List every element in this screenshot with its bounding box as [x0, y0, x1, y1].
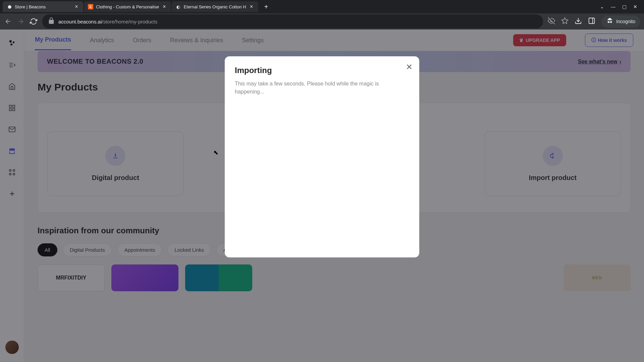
beacons-favicon-icon: ⬢: [7, 4, 12, 9]
panel-icon[interactable]: [588, 17, 595, 26]
modal-overlay[interactable]: ✕ Importing This may take a few seconds.…: [0, 29, 644, 362]
modal-title: Importing: [235, 66, 409, 75]
close-window-icon[interactable]: ✕: [633, 4, 637, 9]
new-tab-button[interactable]: +: [262, 2, 271, 11]
close-icon[interactable]: ×: [74, 4, 79, 9]
incognito-icon: [606, 17, 613, 26]
lock-icon: [48, 17, 55, 26]
star-icon[interactable]: [561, 17, 569, 26]
tab-title: Clothing - Custom & Personalise: [96, 4, 159, 9]
browser-tab[interactable]: ⬢ Store | Beacons ×: [3, 1, 83, 12]
maximize-icon[interactable]: ▢: [622, 4, 627, 9]
etsy-favicon-icon: E: [88, 4, 93, 9]
tab-title: Store | Beacons: [15, 4, 71, 9]
url-bar: account.beacons.ai/store/home/my-product…: [0, 13, 644, 29]
close-icon[interactable]: ×: [162, 4, 167, 9]
incognito-label: Incognito: [616, 19, 635, 24]
forward-button[interactable]: [17, 17, 25, 25]
close-icon[interactable]: ×: [249, 4, 254, 9]
minimize-icon[interactable]: —: [611, 4, 615, 9]
chevron-down-icon[interactable]: ⌄: [600, 4, 604, 9]
toolbar-right: Incognito: [548, 15, 640, 28]
url-text: account.beacons.ai/store/home/my-product…: [58, 19, 157, 24]
browser-chrome: ⬢ Store | Beacons × E Clothing - Custom …: [0, 0, 644, 29]
importing-modal: ✕ Importing This may take a few seconds.…: [225, 56, 419, 257]
svg-rect-1: [589, 18, 595, 24]
browser-tab[interactable]: ◐ Eternal Series Organic Cotton H ×: [172, 1, 258, 12]
tab-bar: ⬢ Store | Beacons × E Clothing - Custom …: [0, 0, 644, 13]
tab-title: Eternal Series Organic Cotton H: [184, 4, 246, 9]
reload-button[interactable]: [30, 17, 38, 25]
back-button[interactable]: [4, 17, 12, 25]
close-icon[interactable]: ✕: [406, 62, 413, 72]
modal-body: This may take a few seconds. Please hold…: [235, 80, 409, 96]
browser-tab[interactable]: E Clothing - Custom & Personalise ×: [84, 1, 171, 12]
download-icon[interactable]: [575, 17, 582, 26]
eye-off-icon[interactable]: [548, 17, 555, 26]
svg-marker-0: [562, 18, 568, 23]
url-field[interactable]: account.beacons.ai/store/home/my-product…: [42, 14, 543, 28]
incognito-badge[interactable]: Incognito: [601, 15, 640, 28]
product-favicon-icon: ◐: [176, 4, 181, 9]
window-controls: ⌄ — ▢ ✕: [600, 4, 641, 9]
